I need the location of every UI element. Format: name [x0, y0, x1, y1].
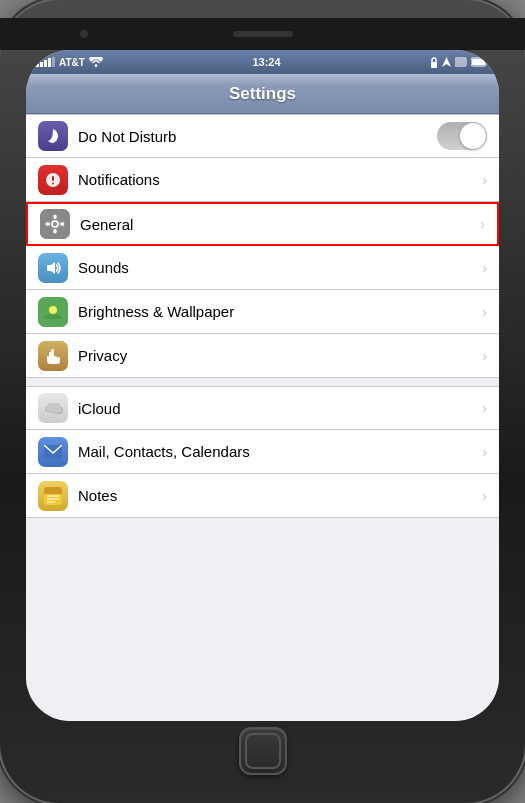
- screen: AT&T 13:24: [26, 50, 499, 721]
- wifi-icon: [89, 57, 103, 67]
- status-left: AT&T: [36, 57, 103, 68]
- home-button[interactable]: [239, 727, 287, 775]
- svg-rect-6: [472, 59, 485, 65]
- sounds-chevron: ›: [482, 260, 487, 276]
- icloud-label: iCloud: [78, 400, 476, 417]
- lock-icon: [430, 57, 438, 68]
- privacy-chevron: ›: [482, 348, 487, 364]
- battery-icon: [471, 57, 489, 67]
- mail-label: Mail, Contacts, Calendars: [78, 443, 476, 460]
- settings-item-privacy[interactable]: Privacy ›: [26, 334, 499, 378]
- settings-item-notes[interactable]: Notes ›: [26, 474, 499, 518]
- brightness-chevron: ›: [482, 304, 487, 320]
- settings-item-sounds[interactable]: Sounds ›: [26, 246, 499, 290]
- toggle-knob: [460, 123, 486, 149]
- brightness-icon: [38, 297, 68, 327]
- privacy-label: Privacy: [78, 347, 476, 364]
- notes-icon: [38, 481, 68, 511]
- status-bar: AT&T 13:24: [26, 50, 499, 74]
- brightness-label: Brightness & Wallpaper: [78, 303, 476, 320]
- general-chevron: ›: [480, 216, 485, 232]
- svg-rect-10: [52, 182, 54, 184]
- notifications-label: Notifications: [78, 171, 476, 188]
- svg-rect-4: [456, 59, 465, 65]
- settings-item-mail[interactable]: Mail, Contacts, Calendars ›: [26, 430, 499, 474]
- mail-chevron: ›: [482, 444, 487, 460]
- carrier-label: AT&T: [59, 57, 85, 68]
- do-not-disturb-icon: [38, 121, 68, 151]
- svg-rect-1: [431, 62, 437, 68]
- camera: [80, 30, 88, 38]
- speaker: [233, 31, 293, 37]
- phone-top-bar: [0, 18, 525, 50]
- signal-bar-1: [36, 64, 39, 67]
- nav-bar: Settings: [26, 74, 499, 114]
- general-label: General: [80, 216, 474, 233]
- settings-group-1: Do Not Disturb OFF: [26, 114, 499, 378]
- signal-bar-2: [40, 62, 43, 67]
- settings-list: Do Not Disturb OFF: [26, 114, 499, 721]
- svg-rect-28: [44, 490, 62, 494]
- home-button-area: [239, 721, 287, 781]
- notes-chevron: ›: [482, 488, 487, 504]
- svg-marker-2: [442, 57, 451, 67]
- svg-point-0: [95, 64, 97, 66]
- settings-item-icloud[interactable]: iCloud ›: [26, 386, 499, 430]
- settings-item-notifications[interactable]: Notifications ›: [26, 158, 499, 202]
- signal-bar-3: [44, 60, 47, 67]
- sounds-label: Sounds: [78, 259, 476, 276]
- svg-marker-22: [47, 262, 55, 274]
- phone-inner: AT&T 13:24: [26, 50, 499, 721]
- settings-item-brightness[interactable]: Brightness & Wallpaper ›: [26, 290, 499, 334]
- home-button-inner: [245, 733, 281, 769]
- mail-icon: [38, 437, 68, 467]
- screen-icon: [455, 57, 467, 67]
- status-right: [430, 57, 489, 68]
- svg-point-13: [53, 222, 57, 226]
- signal-bars: [36, 57, 55, 67]
- direction-icon: [442, 57, 451, 67]
- nav-title: Settings: [229, 84, 296, 104]
- do-not-disturb-toggle[interactable]: OFF: [437, 122, 487, 150]
- status-time: 13:24: [252, 56, 280, 68]
- svg-rect-9: [52, 176, 54, 181]
- notifications-chevron: ›: [482, 172, 487, 188]
- notifications-icon: [38, 165, 68, 195]
- svg-rect-7: [487, 61, 489, 64]
- sounds-icon: [38, 253, 68, 283]
- general-icon: [40, 209, 70, 239]
- phone-frame: AT&T 13:24: [0, 0, 525, 803]
- icloud-chevron: ›: [482, 400, 487, 416]
- signal-bar-4: [48, 58, 51, 67]
- settings-item-do-not-disturb[interactable]: Do Not Disturb OFF: [26, 114, 499, 158]
- settings-item-general[interactable]: General ›: [26, 202, 499, 246]
- svg-point-24: [49, 306, 57, 314]
- notes-label: Notes: [78, 487, 476, 504]
- privacy-icon: [38, 341, 68, 371]
- icloud-icon: [38, 393, 68, 423]
- do-not-disturb-label: Do Not Disturb: [78, 128, 437, 145]
- signal-bar-5: [52, 57, 55, 67]
- settings-group-2: iCloud › Mail, Contacts, Calendars ›: [26, 386, 499, 518]
